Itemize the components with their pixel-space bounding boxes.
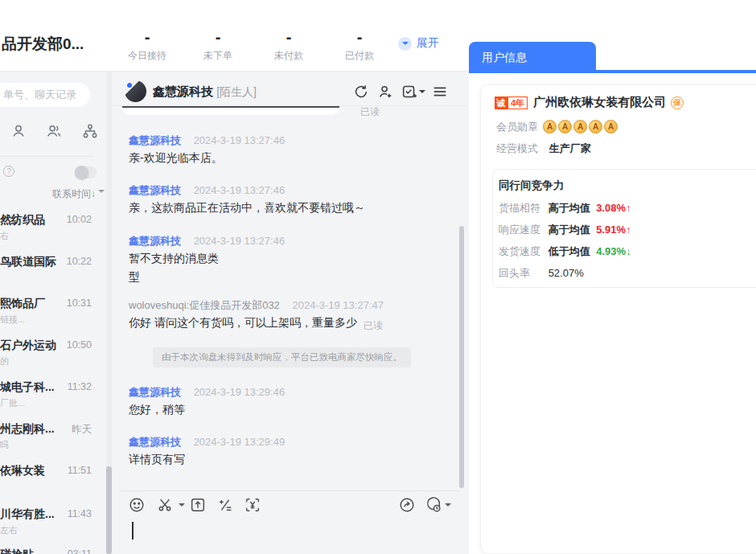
- emoji-icon[interactable]: [128, 496, 146, 514]
- message-input[interactable]: [121, 518, 460, 554]
- contact-row[interactable]: 城电子科... 11:32 厂批...: [0, 380, 107, 421]
- quick-phrase-icon[interactable]: [216, 496, 234, 514]
- contact-time: 11:51: [68, 465, 92, 476]
- medal-icon: A: [589, 120, 602, 133]
- contact-time: 10:22: [67, 256, 92, 267]
- chevron-down-icon: [398, 37, 412, 51]
- message-text: 您好，稍等: [129, 400, 185, 419]
- contact-row[interactable]: 川华有胜... 11:43 左右: [0, 507, 107, 548]
- stat-today-reception: - 今日接待: [115, 29, 179, 63]
- screenshot-scissors-icon[interactable]: [156, 496, 174, 514]
- stat-label: 未付款: [257, 49, 321, 63]
- sidebar-toggle[interactable]: [75, 166, 97, 179]
- contact-name: 石户外运动: [0, 339, 56, 353]
- contact-name: 州志刚科...: [0, 422, 55, 437]
- stat-no-order: - 未下单: [186, 29, 250, 63]
- company-row: 诚 4年 广州欧依琳女装有限公司 保: [495, 95, 684, 110]
- tab-underline: [469, 70, 756, 73]
- contact-preview: 的: [0, 355, 9, 367]
- expand-button[interactable]: 展开: [398, 36, 439, 51]
- contact-row[interactable]: 然纺织品 10:02 右: [0, 213, 107, 253]
- menu-icon[interactable]: [431, 83, 449, 101]
- competition-row: 发货速度 低于均值 4.93%↓: [499, 244, 756, 259]
- medal-icon: A: [543, 120, 557, 133]
- contact-group-icon[interactable]: [45, 122, 63, 140]
- expand-label: 展开: [417, 36, 439, 51]
- message-header: 鑫慧源科技 2024-3-19 13:27:46: [129, 234, 285, 248]
- sidebar-scrollbar-thumb[interactable]: [106, 466, 112, 554]
- contact-time: 10:31: [67, 298, 92, 309]
- arrow-up-icon: ↑: [626, 202, 631, 214]
- message-text: 详情页有写: [129, 450, 185, 469]
- message-sender[interactable]: 鑫慧源科技: [129, 134, 181, 146]
- cert-years-badge: 4年: [507, 96, 528, 109]
- company-name[interactable]: 广州欧依琳女装有限公司: [533, 95, 666, 110]
- contact-preview: 链接...: [0, 314, 25, 326]
- message-sender[interactable]: woloveshuqi:促佳搜品开发部032: [129, 299, 280, 311]
- tab-user-info[interactable]: 用户信息: [469, 42, 596, 73]
- contact-name: 然纺织品: [0, 213, 45, 228]
- chat-history-icon[interactable]: [425, 496, 442, 514]
- contact-time: 11:32: [68, 381, 92, 392]
- qianniu-window: 品开发部0... 单号、聊天记录 ? 联系时间↓ 然纺织品 10:02 右 鸟联…: [0, 0, 756, 554]
- message-sender[interactable]: 鑫慧源科技: [129, 386, 181, 398]
- contact-row[interactable]: 熙饰品厂 10:31 链接...: [0, 297, 107, 337]
- contact-time: 03:11: [68, 548, 92, 554]
- message-time: 2024-3-19 13:29:49: [194, 436, 285, 448]
- competition-row: 回头率 52.07%: [499, 266, 756, 281]
- metric-compare: 高于均值: [549, 224, 590, 236]
- contact-row[interactable]: 鸟联道国际 10:22: [0, 255, 107, 295]
- scrolled-message-remnant: [122, 106, 339, 115]
- contact-row[interactable]: 州志刚科... 昨天 吗: [0, 422, 107, 462]
- contact-name: 依琳女装: [0, 464, 45, 478]
- chat-scrollbar-thumb[interactable]: [459, 226, 464, 488]
- contact-row[interactable]: 碰抢贴 03:11: [0, 548, 107, 554]
- message-time: 2024-3-19 13:27:46: [194, 184, 285, 196]
- add-contact-icon[interactable]: [376, 83, 394, 101]
- contact-time: 10:50: [67, 339, 92, 351]
- payment-yen-icon[interactable]: [244, 496, 261, 514]
- forward-icon[interactable]: [398, 496, 416, 514]
- sort-selector[interactable]: 联系时间↓: [0, 187, 105, 201]
- message-sender[interactable]: 鑫慧源科技: [129, 184, 181, 196]
- org-chart-icon[interactable]: [81, 122, 99, 140]
- message-text: 暂不支持的消息类 型: [129, 249, 219, 286]
- message-header: 鑫慧源科技 2024-3-19 13:27:46: [129, 133, 285, 148]
- arrow-up-icon: ↑: [626, 224, 631, 236]
- message-sender[interactable]: 鑫慧源科技: [129, 235, 181, 247]
- stat-paid: - 已付款: [327, 29, 392, 63]
- help-icon[interactable]: ?: [3, 166, 14, 177]
- search-placeholder: 单号、聊天记录: [3, 88, 76, 102]
- create-task-icon[interactable]: [401, 83, 418, 101]
- contact-name: 碰抢贴: [0, 548, 34, 554]
- metric-compare: 低于均值: [549, 245, 590, 257]
- chevron-down-icon[interactable]: [445, 503, 451, 510]
- upload-image-icon[interactable]: [189, 496, 207, 514]
- peer-avatar[interactable]: [125, 80, 146, 102]
- medal-label: 会员勋章: [496, 121, 538, 133]
- contact-row[interactable]: 依琳女装 11:51: [0, 464, 107, 504]
- message-header: 鑫慧源科技 2024-3-19 13:27:46: [129, 183, 285, 198]
- system-notice: 由于本次询盘未得到及时响应，平台已致电商家尽快响应。: [153, 347, 411, 367]
- guarantee-badge-icon: 保: [671, 96, 684, 109]
- text-cursor: [132, 522, 134, 540]
- refresh-icon[interactable]: [352, 83, 370, 101]
- contact-person-icon[interactable]: [10, 122, 27, 140]
- chevron-down-icon[interactable]: [179, 503, 185, 510]
- medal-icon: A: [604, 120, 618, 133]
- message-sender[interactable]: 鑫慧源科技: [129, 436, 181, 448]
- chengxintong-badge: 诚: [495, 96, 507, 109]
- message-text: 亲-欢迎光临本店。: [129, 149, 223, 167]
- message-time: 2024-3-19 13:29:46: [194, 386, 285, 398]
- tab-label: 用户信息: [482, 51, 527, 65]
- medal-icon: A: [558, 120, 572, 133]
- toolbar-divider: [121, 490, 460, 491]
- contact-preview: 厂批...: [0, 397, 25, 409]
- search-input[interactable]: 单号、聊天记录: [0, 83, 90, 107]
- contact-time: 昨天: [72, 423, 92, 437]
- stat-value: -: [186, 29, 250, 45]
- contact-row[interactable]: 石户外运动 10:50 的: [0, 339, 107, 379]
- account-title: 品开发部0...: [2, 34, 84, 55]
- metric-value: 4.93%↓: [596, 245, 631, 257]
- chevron-down-icon[interactable]: [419, 90, 425, 96]
